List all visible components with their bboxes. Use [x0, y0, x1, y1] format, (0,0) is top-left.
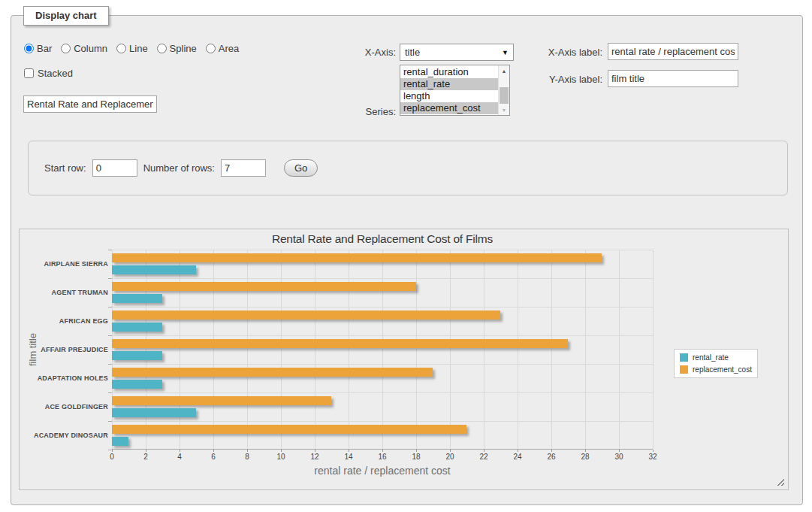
series-options: rental_durationrental_ratelengthreplacem…: [400, 65, 498, 115]
gridline-vertical: [180, 250, 180, 449]
category-label: AGENT TRUMAN: [20, 278, 108, 307]
chart-type-option-bar[interactable]: Bar: [24, 43, 52, 54]
series-option-rental_rate[interactable]: rental_rate: [400, 78, 498, 90]
gridline-horizontal: [112, 421, 653, 422]
legend-entry-rental_rate[interactable]: rental_rate: [680, 353, 752, 362]
start-row-label: Start row:: [44, 162, 86, 174]
y-tick-mark: [108, 307, 112, 308]
bar-replacement_cost: [112, 282, 416, 291]
stacked-checkbox[interactable]: [24, 68, 34, 78]
x-tick-mark: [146, 450, 146, 452]
chart-type-radio-line[interactable]: [116, 44, 126, 53]
chart-legend: rental_ratereplacement_cost: [674, 349, 758, 378]
gridline-vertical: [247, 250, 248, 449]
stacked-option[interactable]: Stacked: [24, 68, 73, 79]
bar-rental_rate: [112, 380, 162, 389]
stacked-label: Stacked: [38, 68, 73, 79]
chart-type-option-column[interactable]: Column: [61, 43, 107, 54]
legend-swatch-icon: [680, 365, 688, 374]
chart-type-option-spline[interactable]: Spline: [157, 43, 197, 54]
gridline-horizontal: [112, 364, 653, 365]
x-tick-mark: [213, 450, 214, 452]
x-tick-label: 28: [581, 453, 589, 461]
category-label: AIRPLANE SIERRA: [20, 250, 108, 278]
y-tick-mark: [108, 392, 112, 393]
series-multiselect[interactable]: rental_durationrental_ratelengthreplacem…: [400, 65, 510, 116]
series-scrollbar[interactable]: ▲ ▼: [498, 65, 509, 115]
scroll-down-arrow-icon[interactable]: ▼: [499, 105, 509, 115]
legend-label: rental_rate: [693, 353, 729, 362]
bar-replacement_cost: [112, 425, 466, 434]
y-tick-mark: [108, 250, 112, 250]
x-tick-label: 26: [547, 453, 555, 461]
x-tick-labels: 02468101214161820222426283032: [112, 453, 653, 462]
start-row-input[interactable]: [92, 159, 137, 177]
chart-type-radio-label: Bar: [37, 43, 52, 54]
num-rows-label: Number of rows:: [143, 162, 215, 174]
gridline-vertical: [315, 250, 315, 449]
row-range-box: Start row: Number of rows: Go: [28, 141, 788, 195]
x-tick-label: 2: [143, 453, 148, 461]
y-tick-mark: [108, 421, 112, 422]
chart-title-input[interactable]: [23, 95, 157, 113]
y-axis-label-input[interactable]: [608, 70, 738, 87]
category-label: ADAPTATION HOLES: [20, 364, 108, 392]
chart-type-radio-label: Line: [129, 43, 148, 54]
x-axis-label-caption: X-Axis label:: [537, 47, 602, 58]
x-axis-label-input[interactable]: [608, 43, 738, 60]
series-option-length[interactable]: length: [400, 90, 498, 102]
chart-type-option-line[interactable]: Line: [116, 43, 148, 54]
series-option-rental_duration[interactable]: rental_duration: [400, 66, 498, 78]
bar-rental_rate: [112, 437, 128, 446]
chart-type-radio-spline[interactable]: [157, 44, 167, 53]
x-axis-select[interactable]: title ▼: [400, 44, 514, 61]
x-tick-mark: [484, 450, 484, 452]
x-tick-label: 22: [479, 453, 488, 461]
chart-title: Rental Rate and Replacement Cost of Film…: [112, 232, 653, 246]
chart-type-radio-column[interactable]: [61, 44, 71, 53]
legend-label: replacement_cost: [693, 365, 752, 374]
x-tick-label: 32: [648, 453, 657, 461]
x-tick-label: 8: [245, 453, 249, 461]
chart-type-option-area[interactable]: Area: [206, 43, 239, 54]
gridline-vertical: [416, 250, 417, 449]
x-tick-label: 12: [310, 453, 318, 461]
y-tick-mark: [108, 278, 112, 279]
category-label: AFFAIR PREJUDICE: [20, 335, 108, 364]
y-tick-mark: [108, 364, 112, 365]
resize-grip-icon[interactable]: [775, 477, 784, 486]
x-tick-label: 6: [211, 453, 216, 461]
x-tick-label: 20: [445, 453, 454, 461]
x-tick-label: 30: [614, 453, 623, 461]
x-tick-mark: [349, 450, 349, 452]
bar-replacement_cost: [112, 311, 500, 320]
gridline-horizontal: [112, 307, 653, 308]
num-rows-input[interactable]: [221, 159, 266, 177]
gridline-vertical: [518, 250, 518, 449]
category-label: ACADEMY DINOSAUR: [20, 421, 108, 450]
x-tick-mark: [619, 450, 620, 452]
scroll-up-arrow-icon[interactable]: ▲: [499, 65, 509, 76]
series-option-replacement_cost[interactable]: replacement_cost: [400, 102, 498, 114]
scrollbar-thumb[interactable]: [500, 87, 509, 104]
x-tick-mark: [416, 450, 417, 452]
gridline-vertical: [653, 250, 654, 449]
panel-title: Display chart: [23, 6, 109, 26]
legend-entry-replacement_cost[interactable]: replacement_cost: [680, 365, 752, 374]
chart-x-axis-title: rental rate / replacement cost: [112, 465, 653, 477]
x-tick-mark: [112, 450, 113, 452]
gridline-horizontal: [112, 335, 653, 336]
chart-type-radio-area[interactable]: [206, 44, 216, 53]
gridline-horizontal: [112, 392, 653, 393]
x-axis-select-label: X-Axis:: [342, 47, 396, 58]
bar-rental_rate: [112, 294, 162, 303]
chart-type-radio-bar[interactable]: [24, 44, 34, 53]
scrollbar-track[interactable]: [499, 76, 509, 105]
x-tick-mark: [551, 450, 552, 452]
gridline-vertical: [551, 250, 552, 449]
y-tick-mark: [108, 335, 112, 336]
go-button[interactable]: Go: [284, 159, 318, 177]
category-label: ACE GOLDFINGER: [20, 392, 108, 421]
bar-replacement_cost: [112, 339, 568, 348]
bar-rental_rate: [112, 408, 196, 417]
